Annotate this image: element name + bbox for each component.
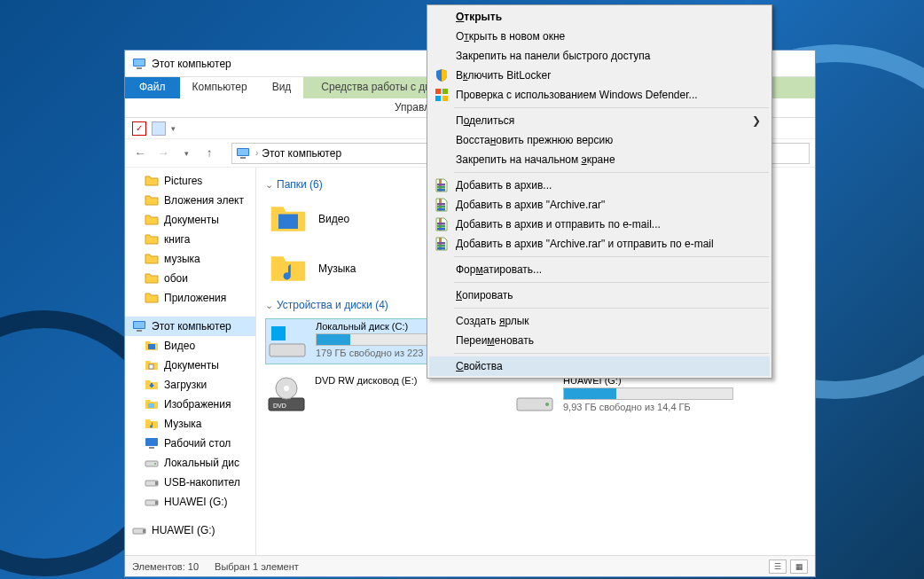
tree-item[interactable]: книга — [125, 230, 255, 249]
i-img-icon — [145, 397, 159, 411]
menu-item[interactable]: Открыть — [429, 7, 770, 27]
menu-item[interactable]: Закрепить на панели быстрого доступа — [429, 46, 770, 66]
back-button[interactable]: ← — [130, 144, 150, 163]
chevron-down-icon: ⌄ — [265, 179, 273, 191]
menu-item[interactable]: Копировать — [429, 286, 770, 305]
group-drives-label: Устройства и диски (4) — [277, 299, 388, 311]
menu-item[interactable]: Создать ярлык — [429, 311, 770, 331]
tree-item-label: HUAWEI (G:) — [152, 524, 215, 536]
tree-item-label: Музыка — [164, 418, 201, 430]
tree-item[interactable]: Загрузки — [125, 375, 255, 395]
tree-item-label: Этот компьютер — [152, 320, 231, 333]
submenu-arrow-icon: ❯ — [752, 114, 761, 127]
tab-view[interactable]: Вид — [260, 77, 304, 98]
tree-item[interactable]: USB-накопител — [125, 473, 255, 492]
drive-item[interactable]: HUAWEI (G:) 9,93 ГБ свободно из 14,4 ГБ — [513, 373, 735, 419]
menu-item[interactable]: Поделиться❯ — [429, 111, 770, 130]
i-folder-icon — [145, 193, 159, 207]
tree-item-label: музыка — [164, 253, 200, 265]
drive-icon — [515, 375, 554, 414]
tree-item[interactable]: Изображения — [125, 395, 255, 414]
tree-item[interactable]: Видео — [125, 336, 255, 356]
i-folder-icon — [145, 232, 159, 246]
i-usb-icon — [132, 523, 146, 537]
tree-item[interactable]: Pictures — [125, 171, 255, 191]
tree-item[interactable]: HUAWEI (G:) — [125, 520, 255, 540]
menu-item-label: Проверка с использованием Windows Defend… — [456, 89, 698, 101]
forward-button[interactable]: → — [153, 144, 173, 163]
menu-item[interactable]: Восстановить прежнюю версию — [429, 130, 770, 150]
svg-rect-2 — [137, 67, 142, 69]
computer-icon — [236, 146, 250, 160]
tab-computer[interactable]: Компьютер — [180, 77, 260, 98]
svg-rect-7 — [271, 326, 286, 340]
tree-item-label: Локальный дис — [164, 457, 239, 469]
svg-rect-4 — [238, 149, 248, 155]
i-music-icon — [145, 417, 159, 431]
i-drive-icon — [145, 456, 159, 470]
shield-icon — [435, 68, 449, 82]
tree-item[interactable]: Вложения элект — [125, 191, 255, 210]
menu-item-label: Открыть — [456, 11, 502, 23]
menu-item[interactable]: Добавить в архив и отправить по e-mail..… — [429, 215, 770, 234]
menu-item[interactable]: Форматировать... — [429, 260, 770, 279]
menu-item-label: Закрепить на панели быстрого доступа — [456, 50, 651, 62]
menu-item-label: Добавить в архив и отправить по e-mail..… — [456, 218, 661, 231]
drive-item[interactable]: DVD DVD RW дисковод (E:) — [265, 373, 487, 419]
tree-item-label: Вложения элект — [164, 194, 244, 207]
tree-item[interactable]: Приложения — [125, 288, 255, 308]
qat-item[interactable] — [152, 121, 166, 136]
status-selected: Выбран 1 элемент — [215, 561, 299, 572]
menu-item-label: Добавить в архив "Archive.rar" и отправи… — [456, 238, 714, 250]
tree-item-label: Приложения — [164, 292, 226, 304]
menu-item[interactable]: Добавить в архив "Archive.rar" и отправи… — [429, 234, 770, 254]
tree-item[interactable]: Рабочий стол — [125, 434, 255, 453]
menu-item[interactable]: Добавить в архив... — [429, 176, 770, 195]
view-large-button[interactable]: ▦ — [790, 559, 808, 574]
tree-item-label: Видео — [164, 340, 195, 352]
menu-item-label: Свойства — [456, 360, 503, 372]
i-usb-icon — [145, 495, 159, 509]
folder-label: Музыка — [318, 262, 356, 275]
i-usb-icon — [145, 475, 159, 489]
menu-item[interactable]: Проверка с использованием Windows Defend… — [429, 85, 770, 105]
winrar-icon — [435, 237, 449, 251]
view-details-button[interactable]: ☰ — [769, 559, 787, 574]
file-tab[interactable]: Файл — [125, 77, 180, 98]
tree-item-label: обои — [164, 272, 188, 285]
context-menu[interactable]: ОткрытьОткрыть в новом окнеЗакрепить на … — [427, 4, 772, 379]
menu-item[interactable]: Закрепить на начальном экране — [429, 150, 770, 169]
tree-item-label: HUAWEI (G:) — [164, 496, 228, 508]
recent-dropdown[interactable]: ▾ — [176, 144, 196, 163]
menu-separator — [454, 107, 769, 108]
menu-item-label: Открыть в новом окне — [456, 30, 565, 43]
chevron-down-icon: ⌄ — [265, 300, 273, 311]
folder-item[interactable]: Видео — [265, 198, 451, 240]
computer-icon — [132, 57, 146, 71]
navigation-pane[interactable]: PicturesВложения электДокументыкнигамузы… — [125, 168, 256, 555]
up-button[interactable]: ↑ — [200, 144, 219, 163]
tree-item[interactable]: Документы — [125, 356, 255, 375]
checkbox-icon[interactable]: ✓ — [132, 121, 146, 136]
menu-item[interactable]: Свойства — [429, 356, 770, 376]
tree-item-label: Pictures — [164, 175, 202, 187]
defender-icon — [435, 88, 449, 102]
tree-item[interactable]: Музыка — [125, 414, 255, 434]
i-folder-icon — [145, 271, 159, 286]
menu-item-label: Закрепить на начальном экране — [456, 153, 615, 166]
window-title: Этот компьютер — [152, 58, 231, 70]
menu-item[interactable]: Добавить в архив "Archive.rar" — [429, 195, 770, 215]
tree-item[interactable]: Локальный дис — [125, 453, 255, 473]
tree-item[interactable]: Этот компьютер — [125, 317, 255, 336]
tree-item[interactable]: обои — [125, 269, 255, 288]
menu-item[interactable]: Переименовать — [429, 331, 770, 350]
folder-item[interactable]: Музыка — [265, 247, 451, 290]
qat-dropdown-icon[interactable]: ▾ — [171, 124, 176, 133]
tree-item[interactable]: Документы — [125, 210, 255, 230]
menu-item[interactable]: Включить BitLocker — [429, 66, 770, 85]
tree-item[interactable]: HUAWEI (G:) — [125, 492, 255, 512]
i-folder-icon — [145, 252, 159, 266]
tree-item[interactable]: музыка — [125, 249, 255, 269]
menu-item[interactable]: Открыть в новом окне — [429, 27, 770, 46]
menu-item-label: Восстановить прежнюю версию — [456, 134, 613, 146]
